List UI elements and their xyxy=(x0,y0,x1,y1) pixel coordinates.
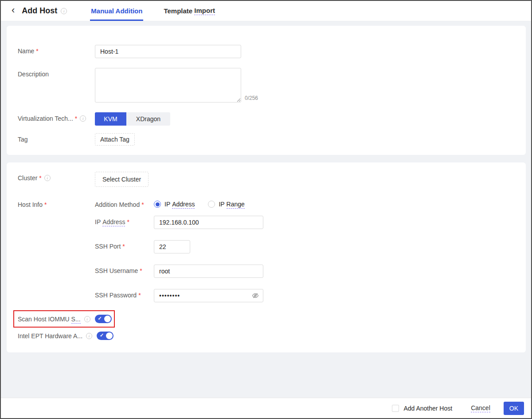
tab-template-import-label: Template xyxy=(164,7,192,15)
scan-iommu-row: Scan Host IOMMU S... i ✓ xyxy=(18,315,112,323)
ip-range-radio[interactable] xyxy=(208,201,215,208)
intel-ept-info-icon[interactable]: i xyxy=(86,333,92,339)
scan-iommu-label: Scan Host IOMMU S... xyxy=(18,316,81,323)
ssh-username-input[interactable] xyxy=(154,265,263,278)
footer-bar: Add Another Host Cancel OK xyxy=(1,398,531,418)
required-mark: * xyxy=(138,292,141,299)
tag-label: Tag xyxy=(18,133,95,146)
ssh-password-row: SSH Password* xyxy=(95,289,263,302)
ip-address-radio-label-hint: Address xyxy=(172,201,195,209)
ip-range-radio-label[interactable]: IP Range xyxy=(219,201,244,208)
cluster-label-text: Cluster xyxy=(18,174,37,182)
host-info-fields: Addition Method* IP Address IP Range IP … xyxy=(95,198,263,302)
cluster-host-card: Cluster*i Select Cluster Host Info* Addi… xyxy=(7,162,526,352)
host-info-label: Host Info* xyxy=(18,198,95,302)
ssh-port-label: SSH Port* xyxy=(95,240,154,253)
toggle-check-icon: ✓ xyxy=(100,332,104,338)
add-another-host-label: Add Another Host xyxy=(403,405,452,412)
host-info-label-text: Host Info xyxy=(18,201,43,208)
name-label: Name* xyxy=(18,45,95,58)
name-label-text: Name xyxy=(18,47,34,55)
ip-address-radio-label-prefix: IP xyxy=(164,201,170,208)
scan-iommu-label-prefix: Scan Host IOMMU xyxy=(18,316,70,323)
tag-label-text: Tag xyxy=(18,136,28,143)
description-field-wrap: 0/256 xyxy=(95,68,258,103)
toggle-check-icon: ✓ xyxy=(98,316,102,321)
tab-manual-addition-label: Manual Addition xyxy=(91,7,142,15)
required-mark: * xyxy=(127,218,129,225)
ssh-password-label: SSH Password* xyxy=(95,289,154,302)
tab-template-import[interactable]: Template Import xyxy=(163,1,216,21)
back-icon[interactable]: ‹ xyxy=(12,5,15,15)
ip-address-radio-label[interactable]: IP Address xyxy=(164,201,195,208)
ssh-password-field-wrap xyxy=(154,289,263,302)
description-label: Description xyxy=(18,68,95,103)
scan-iommu-label-hint: S... xyxy=(71,316,81,324)
required-mark: * xyxy=(39,174,41,182)
ip-address-radio[interactable] xyxy=(154,201,161,208)
description-char-counter: 0/256 xyxy=(245,95,258,103)
required-mark: * xyxy=(75,115,77,122)
ssh-port-input[interactable] xyxy=(154,240,190,253)
tab-manual-addition[interactable]: Manual Addition xyxy=(90,1,143,21)
ip-range-radio-label-hint: Range xyxy=(227,201,245,209)
ssh-username-row: SSH Username* xyxy=(95,265,263,278)
toggle-knob xyxy=(106,332,113,339)
scan-iommu-info-icon[interactable]: i xyxy=(84,316,90,322)
required-mark: * xyxy=(122,243,125,250)
ssh-username-label: SSH Username* xyxy=(95,265,154,278)
required-mark: * xyxy=(36,47,38,55)
cluster-info-icon[interactable]: i xyxy=(44,175,51,181)
cluster-label: Cluster*i xyxy=(18,172,95,187)
intel-ept-row: Intel EPT Hardware A... i ✓ xyxy=(18,332,526,340)
page-header: ‹ Add Host i Manual Addition Template Im… xyxy=(1,1,531,21)
ssh-port-label-text: SSH Port xyxy=(95,243,121,250)
scan-iommu-highlight-box: Scan Host IOMMU S... i ✓ xyxy=(13,310,115,328)
eye-off-icon[interactable] xyxy=(252,292,259,301)
ssh-password-label-text: SSH Password xyxy=(95,292,137,299)
virtualization-label-text: Virtualization Tech... xyxy=(18,115,73,122)
required-mark: * xyxy=(141,201,144,208)
intel-ept-label: Intel EPT Hardware A... xyxy=(18,332,82,340)
select-cluster-button[interactable]: Select Cluster xyxy=(95,172,149,187)
page-title: Add Host xyxy=(22,6,57,16)
cluster-row: Cluster*i Select Cluster xyxy=(18,172,526,187)
required-mark: * xyxy=(140,267,142,274)
xdragon-option-button[interactable]: XDragon xyxy=(126,112,170,126)
ssh-password-input[interactable] xyxy=(154,289,263,302)
intel-ept-toggle[interactable]: ✓ xyxy=(97,332,113,340)
virtualization-info-icon[interactable]: i xyxy=(80,115,86,122)
ip-address-label-prefix: IP xyxy=(95,218,101,225)
scan-iommu-toggle[interactable]: ✓ xyxy=(95,315,112,323)
virtualization-row: Virtualization Tech...*i KVM XDragon xyxy=(18,112,526,126)
description-textarea[interactable] xyxy=(95,68,241,103)
kvm-option-button[interactable]: KVM xyxy=(95,112,126,126)
ip-address-label-hint: Address xyxy=(102,218,125,226)
attach-tag-button[interactable]: Attach Tag xyxy=(95,133,135,146)
addition-method-row: Addition Method* IP Address IP Range xyxy=(95,198,263,208)
add-another-host-option[interactable]: Add Another Host xyxy=(392,405,452,412)
toggle-knob xyxy=(104,316,111,322)
host-info-row: Host Info* Addition Method* IP Address I… xyxy=(18,198,526,302)
ip-address-row: IP Address* xyxy=(95,216,263,229)
tag-row: Tag Attach Tag xyxy=(18,133,526,146)
description-row: Description 0/256 xyxy=(18,68,526,103)
form-body: Name* Description 0/256 Virtualization T… xyxy=(1,21,531,352)
ok-button[interactable]: OK xyxy=(504,402,524,415)
required-mark: * xyxy=(44,201,47,208)
cancel-button[interactable]: Cancel xyxy=(471,404,490,412)
title-info-icon[interactable]: i xyxy=(61,8,67,14)
ip-address-label: IP Address* xyxy=(95,216,154,229)
tab-bar: Manual Addition Template Import xyxy=(80,1,226,21)
name-input[interactable] xyxy=(95,45,241,58)
addition-method-radio-group: IP Address IP Range xyxy=(154,198,258,208)
description-label-text: Description xyxy=(18,71,49,78)
ip-address-input[interactable] xyxy=(154,216,263,229)
virtualization-segment: KVM XDragon xyxy=(95,112,170,126)
basic-info-card: Name* Description 0/256 Virtualization T… xyxy=(7,26,526,155)
add-another-host-checkbox[interactable] xyxy=(392,405,399,412)
ip-range-radio-label-prefix: IP xyxy=(219,201,224,208)
ssh-port-row: SSH Port* xyxy=(95,240,263,253)
page-header-left: ‹ Add Host i xyxy=(12,1,67,21)
virtualization-label: Virtualization Tech...*i xyxy=(18,112,95,126)
